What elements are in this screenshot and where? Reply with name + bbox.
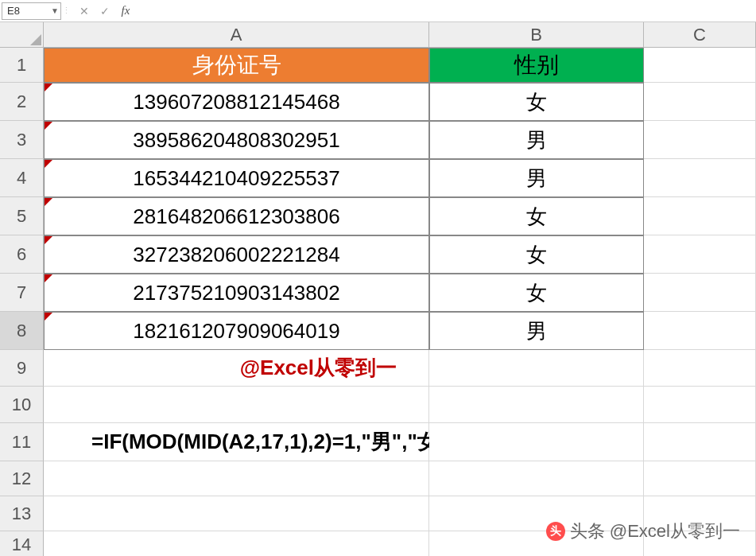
row-6: 327238206002221284女 [44, 235, 756, 274]
formula-input[interactable] [139, 2, 756, 20]
cell-C8[interactable] [644, 312, 756, 350]
cell-A4[interactable]: 165344210409225537 [44, 159, 429, 197]
row-header-8[interactable]: 8 [0, 312, 44, 350]
cell-C1[interactable] [644, 48, 756, 83]
cell-A10[interactable] [44, 387, 429, 423]
column-header-A[interactable]: A [44, 22, 429, 48]
fx-icon[interactable]: fx [117, 2, 134, 20]
row-header-2[interactable]: 2 [0, 83, 44, 121]
cell-B8[interactable]: 男 [429, 312, 644, 350]
cell-A8[interactable]: 182161207909064019 [44, 312, 429, 350]
cell-C9[interactable] [644, 350, 756, 387]
row-10 [44, 387, 756, 423]
column-header-C[interactable]: C [644, 22, 756, 48]
row-header-9[interactable]: 9 [0, 350, 44, 387]
cell-A11[interactable]: =IF(MOD(MID(A2,17,1),2)=1,"男","女") [44, 423, 429, 461]
cell-A2[interactable]: 139607208812145468 [44, 83, 429, 121]
cell-B2[interactable]: 女 [429, 83, 644, 121]
cell-A6[interactable]: 327238206002221284 [44, 235, 429, 274]
cell-B3[interactable]: 男 [429, 121, 644, 159]
column-headers: ABC [44, 22, 756, 48]
row-header-4[interactable]: 4 [0, 159, 44, 197]
row-header-13[interactable]: 13 [0, 496, 44, 531]
row-header-12[interactable]: 12 [0, 461, 44, 496]
cell-C7[interactable] [644, 274, 756, 312]
cell-A3[interactable]: 389586204808302951 [44, 121, 429, 159]
watermark: 头 头条 @Excel从零到一 [546, 519, 740, 543]
cell-C12[interactable] [644, 461, 756, 496]
column-header-B[interactable]: B [429, 22, 644, 48]
confirm-icon[interactable]: ✓ [96, 2, 114, 20]
row-header-3[interactable]: 3 [0, 121, 44, 159]
cell-A12[interactable] [44, 461, 429, 496]
cell-A5[interactable]: 281648206612303806 [44, 197, 429, 235]
corner-triangle-icon [30, 34, 41, 45]
cell-A9[interactable]: @Excel从零到一 [44, 350, 429, 387]
watermark-text: 头条 @Excel从零到一 [570, 519, 740, 543]
cell-B11[interactable] [429, 423, 644, 461]
row-header-6[interactable]: 6 [0, 235, 44, 274]
row-2: 139607208812145468女 [44, 83, 756, 121]
cell-C4[interactable] [644, 159, 756, 197]
cell-C2[interactable] [644, 83, 756, 121]
cell-B6[interactable]: 女 [429, 235, 644, 274]
cell-C11[interactable] [644, 423, 756, 461]
divider: ⋮ [61, 6, 71, 16]
row-header-5[interactable]: 5 [0, 197, 44, 235]
row-1: 身份证号性别 [44, 48, 756, 83]
cell-B10[interactable] [429, 387, 644, 423]
cell-A7[interactable]: 217375210903143802 [44, 274, 429, 312]
cell-C6[interactable] [644, 235, 756, 274]
row-7: 217375210903143802女 [44, 274, 756, 312]
cell-B9[interactable] [429, 350, 644, 387]
cells-area: 身份证号性别139607208812145468女389586204808302… [44, 48, 756, 556]
formula-bar-icons: ✕ ✓ fx [71, 2, 139, 20]
cell-A13[interactable] [44, 496, 429, 531]
row-headers: 1234567891011121314 [0, 48, 44, 556]
cell-B7[interactable]: 女 [429, 274, 644, 312]
cell-C5[interactable] [644, 197, 756, 235]
cell-B1[interactable]: 性别 [429, 48, 644, 83]
row-header-11[interactable]: 11 [0, 423, 44, 461]
row-header-7[interactable]: 7 [0, 274, 44, 312]
name-box-dropdown-icon[interactable]: ▼ [51, 6, 59, 15]
watermark-icon: 头 [546, 522, 565, 541]
cancel-icon[interactable]: ✕ [76, 2, 93, 20]
row-3: 389586204808302951男 [44, 121, 756, 159]
select-all-corner[interactable] [0, 22, 44, 48]
row-header-14[interactable]: 14 [0, 531, 44, 556]
formula-bar: E8 ▼ ⋮ ✕ ✓ fx [0, 0, 756, 22]
attribution-text: @Excel从零到一 [240, 354, 397, 382]
row-header-1[interactable]: 1 [0, 48, 44, 83]
cell-A1[interactable]: 身份证号 [44, 48, 429, 83]
row-header-10[interactable]: 10 [0, 387, 44, 423]
row-11: =IF(MOD(MID(A2,17,1),2)=1,"男","女") [44, 423, 756, 461]
cell-C10[interactable] [644, 387, 756, 423]
formula-example-text: =IF(MOD(MID(A2,17,1),2)=1,"男","女") [91, 428, 455, 456]
name-box[interactable]: E8 ▼ [2, 2, 61, 20]
cell-B4[interactable]: 男 [429, 159, 644, 197]
row-8: 182161207909064019男 [44, 312, 756, 350]
cell-B5[interactable]: 女 [429, 197, 644, 235]
row-12 [44, 461, 756, 496]
row-5: 281648206612303806女 [44, 197, 756, 235]
row-9: @Excel从零到一 [44, 350, 756, 387]
name-box-value: E8 [7, 5, 20, 17]
cell-A14[interactable] [44, 531, 429, 556]
row-4: 165344210409225537男 [44, 159, 756, 197]
cell-B12[interactable] [429, 461, 644, 496]
cell-C3[interactable] [644, 121, 756, 159]
